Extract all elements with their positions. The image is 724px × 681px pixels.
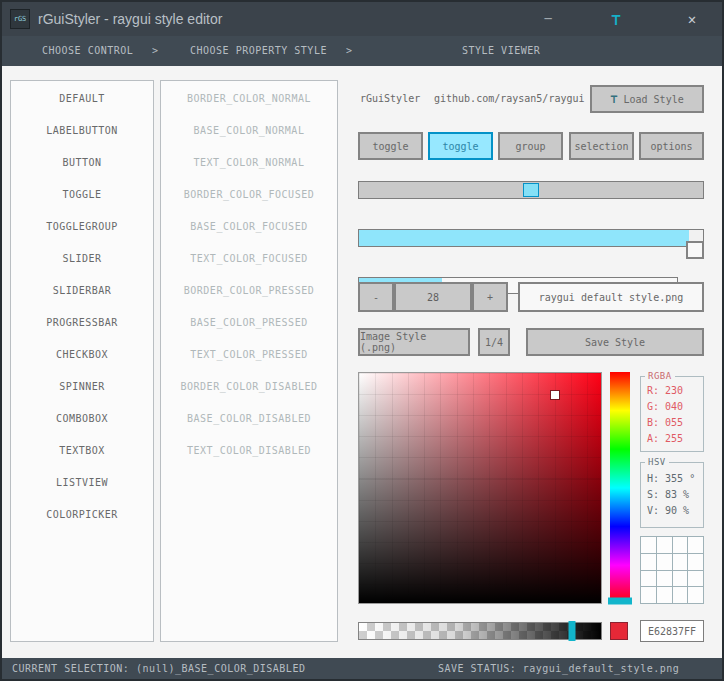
palette-cell[interactable] — [641, 554, 657, 571]
toggle-button-1-active[interactable]: toggle — [428, 132, 493, 160]
hex-value-box[interactable]: E62837FF — [640, 620, 704, 642]
image-style-button[interactable]: Image Style (.png) — [358, 328, 470, 356]
control-item-togglegroup[interactable]: TOGGLEGROUP — [11, 211, 153, 243]
palette-cell[interactable] — [688, 554, 704, 571]
control-item-button[interactable]: BUTTON — [11, 147, 153, 179]
app-icon-text: rGS — [14, 15, 27, 23]
control-item-toggle[interactable]: TOGGLE — [11, 179, 153, 211]
palette-cell[interactable] — [641, 571, 657, 588]
palette-cell[interactable] — [688, 571, 704, 588]
control-item-spinner[interactable]: SPINNER — [11, 371, 153, 403]
slider-handle[interactable] — [523, 183, 539, 197]
load-style-button[interactable]: ⊤ Load Style — [590, 85, 704, 113]
control-item-textbox[interactable]: TEXTBOX — [11, 435, 153, 467]
property-item-base-color-focused[interactable]: BASE_COLOR_FOCUSED — [161, 211, 337, 243]
statusbar: CURRENT SELECTION: (null)_BASE_COLOR_DIS… — [2, 658, 722, 679]
control-item-default[interactable]: DEFAULT — [11, 83, 153, 115]
control-item-listview[interactable]: LISTVIEW — [11, 467, 153, 499]
hsv-title: HSV — [645, 457, 669, 467]
palette-cell[interactable] — [688, 537, 704, 554]
breadcrumb-style-viewer: STYLE VIEWER — [462, 36, 540, 66]
toggle-button-4[interactable]: options — [639, 132, 704, 160]
property-item-text-color-normal[interactable]: TEXT_COLOR_NORMAL — [161, 147, 337, 179]
alpha-bar[interactable] — [358, 622, 602, 640]
palette-cell[interactable] — [657, 554, 673, 571]
hue-marker[interactable] — [608, 597, 632, 604]
toggle-button-3[interactable]: selection — [569, 132, 634, 160]
palette-cell[interactable] — [673, 537, 689, 554]
property-item-border-color-focused[interactable]: BORDER_COLOR_FOCUSED — [161, 179, 337, 211]
style-tool-icon: ⊤ — [611, 10, 621, 29]
properties-list: BORDER_COLOR_NORMAL BASE_COLOR_NORMAL TE… — [160, 80, 338, 642]
controls-list: DEFAULT LABELBUTTON BUTTON TOGGLE TOGGLE… — [10, 80, 154, 642]
spinner-decrement-button[interactable]: - — [358, 282, 394, 312]
minimize-button[interactable]: ─ — [532, 2, 564, 36]
control-item-colorpicker[interactable]: COLORPICKER — [11, 499, 153, 531]
rgba-g-value: G: 040 — [641, 399, 703, 415]
window-title: rGuiStyler - raygui style editor — [38, 2, 222, 36]
filename-textbox[interactable] — [518, 282, 704, 312]
palette-cell[interactable] — [673, 587, 689, 604]
palette-cell[interactable] — [641, 587, 657, 604]
main-area: DEFAULT LABELBUTTON BUTTON TOGGLE TOGGLE… — [2, 66, 722, 658]
style-tool-button[interactable]: ⊤ — [600, 2, 632, 36]
palette-cell[interactable] — [673, 554, 689, 571]
color-cursor[interactable] — [551, 391, 559, 399]
palette-cell[interactable] — [657, 587, 673, 604]
control-item-combobox[interactable]: COMBOBOX — [11, 403, 153, 435]
property-item-border-color-disabled[interactable]: BORDER_COLOR_DISABLED — [161, 371, 337, 403]
slider[interactable] — [358, 181, 704, 199]
property-item-base-color-normal[interactable]: BASE_COLOR_NORMAL — [161, 115, 337, 147]
control-item-progressbar[interactable]: PROGRESSBAR — [11, 307, 153, 339]
progress-checkbox[interactable] — [686, 241, 704, 259]
color-saturation-value-panel[interactable] — [358, 372, 602, 604]
app-name-label: rGuiStyler — [360, 85, 420, 113]
breadcrumb-choose-property-style: CHOOSE PROPERTY STYLE — [190, 36, 327, 66]
repo-label: github.com/raysan5/raygui — [434, 85, 585, 113]
property-item-border-color-normal[interactable]: BORDER_COLOR_NORMAL — [161, 83, 337, 115]
alpha-marker[interactable] — [568, 621, 575, 641]
property-item-text-color-pressed[interactable]: TEXT_COLOR_PRESSED — [161, 339, 337, 371]
app-window: rGS rGuiStyler - raygui style editor ─ ⊤… — [0, 0, 724, 681]
rgba-a-value: A: 255 — [641, 431, 703, 447]
control-item-sliderbar[interactable]: SLIDERBAR — [11, 275, 153, 307]
toggle-button-2[interactable]: group — [498, 132, 563, 160]
toggle-button-0[interactable]: toggle — [358, 132, 423, 160]
palette-cell[interactable] — [688, 587, 704, 604]
status-current-selection: CURRENT SELECTION: (null)_BASE_COLOR_DIS… — [12, 658, 305, 679]
save-style-button[interactable]: Save Style — [526, 328, 704, 356]
hsv-h-value: H: 355 ° — [641, 471, 703, 487]
palette-grid — [640, 536, 704, 604]
hsv-v-value: V: 90 % — [641, 503, 703, 519]
rgba-groupbox: RGBA R: 230 G: 040 B: 055 A: 255 — [640, 376, 704, 452]
property-item-base-color-pressed[interactable]: BASE_COLOR_PRESSED — [161, 307, 337, 339]
spinner-value[interactable]: 28 — [394, 282, 472, 312]
control-item-slider[interactable]: SLIDER — [11, 243, 153, 275]
spinner-increment-button[interactable]: + — [472, 282, 508, 312]
control-item-checkbox[interactable]: CHECKBOX — [11, 339, 153, 371]
chevron-separator-icon: > — [152, 36, 159, 66]
load-style-label: Load Style — [624, 94, 684, 105]
status-save-status: SAVE STATUS: raygui_default_style.png — [438, 658, 679, 679]
breadcrumb-choose-control: CHOOSE CONTROL — [42, 36, 133, 66]
app-icon: rGS — [10, 9, 30, 29]
style-viewer: rGuiStyler github.com/raysan5/raygui ⊤ L… — [358, 66, 718, 658]
property-item-text-color-focused[interactable]: TEXT_COLOR_FOCUSED — [161, 243, 337, 275]
control-item-labelbutton[interactable]: LABELBUTTON — [11, 115, 153, 147]
property-item-base-color-disabled[interactable]: BASE_COLOR_DISABLED — [161, 403, 337, 435]
close-icon: ✕ — [688, 11, 696, 27]
palette-cell[interactable] — [657, 571, 673, 588]
minimize-icon: ─ — [544, 12, 551, 26]
scale-button[interactable]: 1/4 — [478, 328, 510, 356]
palette-cell[interactable] — [673, 571, 689, 588]
load-style-icon: ⊤ — [610, 92, 617, 106]
hsv-groupbox: HSV H: 355 ° S: 83 % V: 90 % — [640, 462, 704, 528]
close-button[interactable]: ✕ — [670, 2, 714, 36]
property-item-border-color-pressed[interactable]: BORDER_COLOR_PRESSED — [161, 275, 337, 307]
sliderbar[interactable] — [358, 229, 704, 247]
chevron-separator-icon: > — [346, 36, 353, 66]
hue-bar[interactable] — [610, 372, 630, 604]
palette-cell[interactable] — [657, 537, 673, 554]
property-item-text-color-disabled[interactable]: TEXT_COLOR_DISABLED — [161, 435, 337, 467]
palette-cell[interactable] — [641, 537, 657, 554]
